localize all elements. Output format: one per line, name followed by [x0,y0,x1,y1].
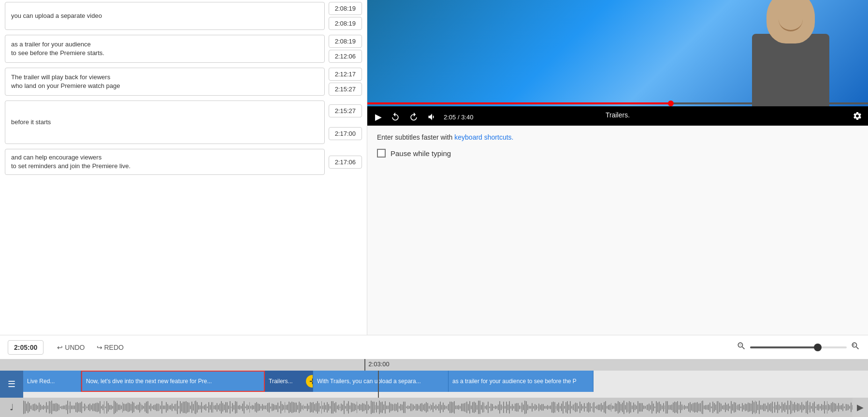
settings-button[interactable] [853,111,862,123]
main-container: you can upload a separate video 2:08:19 … [0,0,868,417]
keyboard-shortcuts-hint: Enter subtitles faster with keyboard sho… [377,133,858,141]
subtitle-icon: ☰ [8,379,15,389]
subtitle-text: you can upload a separate video [11,12,102,20]
play-button[interactable]: ▶ [373,111,384,123]
timestamp-btn[interactable]: 2:17:06 [329,156,362,169]
person-body [752,34,829,106]
right-panel: WatchLater Share [367,0,868,335]
pause-while-typing-label: Pause while typing [391,149,451,158]
subtitle-row: as a trailer for your audience to see be… [5,33,362,65]
timeline-nav-right[interactable]: ▶ [853,398,868,417]
yellow-dot-marker: ✛ [306,375,313,388]
subtitle-overlay-text: Trailers. [606,111,630,119]
zoom-slider-track [750,346,818,348]
progress-bar-thumb [668,101,674,106]
track-item[interactable]: Live Red... [23,371,81,392]
forward-button[interactable] [407,111,420,123]
timestamps-col: 2:15:27 2:17:00 [329,101,362,144]
redo-label: REDO [104,344,124,351]
video-person [742,0,839,106]
subtitle-track-icon: ☰ [0,371,23,398]
timestamp-btn[interactable]: 2:08:19 [329,2,362,15]
subtitle-text-box[interactable]: before it starts [5,101,325,144]
redo-icon: ↪ [97,344,102,351]
volume-icon [427,112,437,122]
subtitle-text: before it starts [11,118,51,127]
audio-note-icon: ♩ [10,402,14,413]
subtitle-row: The trailer will play back for viewers w… [5,66,362,98]
track-item[interactable]: With Trailers, you can upload a separa..… [313,371,448,392]
keyboard-shortcuts-link[interactable]: keyboard shortcuts. [454,133,513,141]
play-icon: ▶ [375,112,382,122]
keyboard-hint-text: Enter subtitles faster with [377,133,452,141]
timeline-container: 2:03:00 ☰ Live Red... Now, let's dive in… [0,359,868,417]
track-item-with-dot[interactable]: Trailers... ✛ [265,371,313,392]
timestamps-col: 2:12:17 2:15:27 [329,68,362,96]
ruler-time-label: 2:03:00 [368,360,389,368]
subtitle-text-box[interactable]: The trailer will play back for viewers w… [5,68,325,96]
track-item-label: Trailers... [269,378,293,385]
subtitle-track-items: Live Red... Now, let's dive into the nex… [23,371,868,398]
track-item-label: Now, let's dive into the next new featur… [86,378,212,385]
timestamp-btn[interactable]: 2:08:19 [329,17,362,30]
content-area: you can upload a separate video 2:08:19 … [0,0,868,335]
timestamp-btn[interactable]: 2:15:27 [329,104,362,117]
undo-button[interactable]: ↩ UNDO [53,342,88,353]
subtitle-text-box[interactable]: as a trailer for your audience to see be… [5,35,325,63]
undo-icon: ↩ [57,344,63,351]
video-subtitle-overlay: Trailers. [600,109,636,121]
track-item-label: Live Red... [27,378,55,385]
zoom-slider[interactable] [750,346,847,348]
rewind-icon [391,112,400,122]
move-icon: ✛ [309,377,314,386]
timestamp-btn[interactable]: 2:17:00 [329,127,362,140]
forward-icon [409,112,419,122]
video-container: WatchLater Share [367,0,868,126]
subtitle-text-box[interactable]: and can help encourage viewers to set re… [5,149,325,175]
zoom-in-icon[interactable] [851,341,860,353]
subtitle-panel: you can upload a separate video 2:08:19 … [0,0,367,335]
track-item-label: With Trailers, you can upload a separa..… [317,378,421,385]
zoom-slider-thumb [814,344,822,351]
playhead-marker: 2:03:00 [364,359,365,371]
redo-button[interactable]: ↪ REDO [93,342,128,353]
subtitle-text-box[interactable]: you can upload a separate video [5,2,325,30]
subtitle-row: and can help encourage viewers to set re… [5,147,362,177]
audio-track: ♩ ▶ [0,398,868,417]
video-thumbnail [367,0,868,106]
progress-bar-container[interactable] [367,102,868,104]
timestamp-btn[interactable]: 2:15:27 [329,83,362,96]
zoom-out-icon[interactable] [737,341,746,353]
timeline-tracks: ☰ Live Red... Now, let's dive into the n… [0,371,868,398]
subtitle-text: as a trailer for your audience to see be… [11,40,104,58]
pause-while-typing-row: Pause while typing [377,149,858,158]
bottom-toolbar: 2:05:00 ↩ UNDO ↪ REDO [0,335,868,359]
timeline-ruler: 2:03:00 [0,359,868,371]
settings-icon [853,111,862,121]
progress-bar-fill [367,102,668,104]
rewind-button[interactable] [389,111,402,123]
track-item-label: as a trailer for your audience to see be… [452,378,577,385]
pause-while-typing-checkbox[interactable] [377,149,386,158]
timestamp-btn[interactable]: 2:12:06 [329,50,362,63]
ruler-line [364,359,365,371]
volume-button[interactable] [425,111,439,123]
video-options-panel: Enter subtitles faster with keyboard sho… [367,126,868,335]
timestamp-btn[interactable]: 2:08:19 [329,35,362,48]
subtitle-row: you can upload a separate video 2:08:19 … [5,0,362,32]
nav-right-icon: ▶ [857,402,864,413]
zoom-controls [737,341,860,353]
audio-icon-area: ♩ [0,402,23,413]
time-display: 2:05 / 3:40 [444,114,473,121]
track-item[interactable]: as a trailer for your audience to see be… [448,371,593,392]
audio-waveform [23,398,868,417]
timestamp-btn[interactable]: 2:12:17 [329,68,362,81]
track-item-selected[interactable]: Now, let's dive into the next new featur… [81,371,265,392]
waveform-bars [23,398,868,417]
undo-label: UNDO [65,344,85,351]
undo-redo-group: ↩ UNDO ↪ REDO [53,342,128,353]
timestamps-col: 2:08:19 2:08:19 [329,2,362,30]
timestamps-col: 2:17:06 [329,149,362,175]
subtitle-text: The trailer will play back for viewers w… [11,73,120,90]
playhead [378,371,379,398]
